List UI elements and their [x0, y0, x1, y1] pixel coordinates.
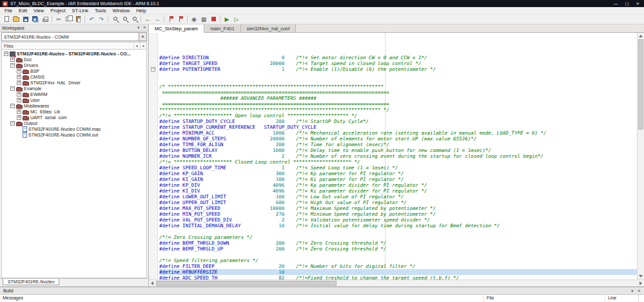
code-line[interactable]: #define ADC_SPEED_TH 82 /*!<Fixed tresho…	[159, 275, 637, 279]
scroll-left-icon[interactable]	[151, 281, 153, 285]
tree-item-stm32f401re-nucleo-comm-map[interactable]: STM32F401RE-Nucleo COMM.map	[2, 126, 146, 132]
find-icon[interactable]	[110, 15, 119, 23]
find-next-icon[interactable]	[120, 15, 129, 23]
collapse-minus-icon[interactable]: −	[10, 104, 15, 108]
chevron-down-icon[interactable]: ▼	[139, 33, 146, 41]
tree-item-uart-serial-com[interactable]: +UART_serial_com	[2, 115, 146, 120]
build-column-messages[interactable]: Messages	[0, 295, 484, 302]
configuration-dropdown[interactable]: STM32F401RE-Nucleo - COMM ▼	[1, 32, 147, 41]
cut-icon[interactable]: ✂	[54, 15, 63, 23]
code-editor[interactable]: #define DIRECTION 0 /*!< Set motor direc…	[158, 33, 637, 279]
tree-item-stm32f401re-nucleo-stm32f401re-nucleo-co[interactable]: −STM32F401RE-Nucleo - STM32F401RE-Nucleo…	[2, 51, 146, 57]
expand-plus-icon[interactable]: +	[17, 75, 21, 79]
save-all-icon[interactable]	[31, 15, 40, 23]
compile-icon[interactable]: ◉	[190, 15, 199, 23]
tree-item-example[interactable]: −Example	[2, 86, 146, 91]
paste-icon[interactable]	[73, 15, 83, 23]
code-line[interactable]: #define KI_DIV 4096 /*!< Ki parameter di…	[159, 188, 637, 194]
print-icon[interactable]	[41, 15, 50, 23]
workspace-menu-icon[interactable]: ▾	[137, 25, 139, 30]
tab-mc-sixstep-param[interactable]: MC_SixStep_param	[149, 24, 204, 33]
code-line[interactable]: #define SPEED_LOOP_TIME 1 /*!< Speed Loo…	[159, 165, 637, 171]
code-line[interactable]: #define LOWER_OUT_LIMIT 100 /*!< Low Out…	[159, 194, 637, 200]
new-file-icon[interactable]	[2, 15, 11, 23]
tab-stm32f4xx-hal-conf[interactable]: stm32f4xx_hal_conf	[241, 24, 297, 32]
build-column-file[interactable]: File	[484, 295, 605, 302]
editor-gutter[interactable]: −	[149, 33, 158, 279]
menu-window[interactable]: Window	[109, 8, 133, 14]
code-line[interactable]: #define BUTTON_DELAY 1000 /*!< Delay tim…	[159, 147, 637, 153]
collapse-minus-icon[interactable]: −	[10, 63, 15, 68]
code-line[interactable]: #define MAX_POT_SPEED 10000 /*!< Maximum…	[159, 205, 637, 211]
code-line[interactable]: ========================================…	[159, 90, 637, 95]
redo-icon[interactable]: ↷	[97, 15, 106, 23]
code-line[interactable]: #define STARTUP_DUTY_CYCLE 200 /*!< Star…	[159, 118, 637, 124]
tree-item-drivers[interactable]: −Drivers	[2, 62, 146, 68]
vertical-scrollbar[interactable]	[637, 33, 644, 279]
save-icon[interactable]	[21, 15, 30, 23]
code-line[interactable]: #define HFBUFFERSIZE 10	[159, 269, 637, 275]
code-line[interactable]: #define VAL_POT_SPEED_DIV 2 /*!< Validat…	[159, 217, 637, 223]
horizontal-scrollbar-thumb[interactable]	[156, 281, 337, 286]
expand-plus-icon[interactable]: +	[10, 57, 15, 62]
scroll-up-icon[interactable]	[639, 35, 643, 37]
code-line[interactable]: #define BEMF_THRSLD_UP 200 /*!< Zero Cro…	[159, 246, 637, 252]
code-line[interactable]: #define KP_DIV 4096 /*!< Kp parameter di…	[159, 182, 637, 188]
collapse-minus-icon[interactable]: −	[4, 52, 8, 56]
code-line[interactable]: #define TIME_FOR_ALIGN 200 /*!< Time for…	[159, 142, 637, 147]
scroll-down-icon[interactable]	[639, 275, 643, 278]
tree-item-stm32f401re-nucleo-comm-out[interactable]: STM32F401RE-Nucleo COMM.out	[2, 132, 146, 138]
tree-item-output[interactable]: −Output	[2, 120, 146, 126]
menu-edit[interactable]: Edit	[15, 8, 30, 14]
code-line[interactable]: #define FILTER_DEEP 20 /*!< Number of bi…	[159, 263, 637, 269]
workspace-panel-header[interactable]: Workspace ▾ ✕	[0, 24, 148, 32]
code-line[interactable]	[159, 252, 637, 258]
code-line[interactable]: #define DIRECTION 0 /*!< Set motor direc…	[159, 55, 637, 61]
code-line[interactable]: #define KI_GAIN 100 /*!< Ki parameter fo…	[159, 176, 637, 182]
code-line[interactable]: ###### ADVANCED PARAMETERS ######	[159, 95, 637, 101]
debug-without-download-icon[interactable]: ▷	[232, 15, 241, 23]
tree-item-cmsis[interactable]: +CMSIS	[2, 74, 146, 80]
expand-plus-icon[interactable]: +	[17, 109, 21, 114]
build-column-line[interactable]: Line	[605, 295, 639, 302]
code-line[interactable]: #define NUMBER_OF_STEPS 20000 /*!< Numbe…	[159, 136, 637, 142]
menu-help[interactable]: Help	[133, 8, 149, 14]
workspace-close-icon[interactable]: ✕	[143, 25, 146, 30]
code-line[interactable]: #define MINIMUM_ACC 1000 /*!< Mechanical…	[159, 130, 637, 136]
menu-tools[interactable]: Tools	[92, 8, 110, 14]
expand-plus-icon[interactable]: +	[17, 115, 21, 120]
collapse-minus-icon[interactable]: −	[10, 121, 15, 126]
code-line[interactable]: #define INITIAL_DEMAGN_DELAY 10 /*!< Ini…	[159, 223, 637, 229]
expand-plus-icon[interactable]: +	[17, 80, 21, 85]
tree-item-ewarm[interactable]: +EWARM	[2, 91, 146, 97]
workspace-project-tab[interactable]: STM32F401RE-Nucleo	[3, 279, 59, 285]
code-line[interactable]: #define KP_GAIN 300 /*!< Kp parameter fo…	[159, 171, 637, 176]
fold-collapse-icon[interactable]: −	[151, 67, 155, 71]
tree-item-stm32f4xx-hal-driver[interactable]: +STM32F4xx_HAL_Driver	[2, 80, 146, 86]
code-line[interactable]: #define UPPER_OUT_LIMIT 600 /*!< High Ou…	[159, 200, 637, 205]
menu-view[interactable]: View	[30, 8, 47, 14]
menu-file[interactable]: File	[1, 8, 15, 14]
code-line[interactable]: #define MIN_POT_SPEED 270 /*!< Minimum S…	[159, 211, 637, 217]
stop-build-icon[interactable]	[209, 15, 218, 23]
download-and-debug-icon[interactable]: ▶	[222, 15, 231, 23]
vertical-scrollbar-thumb[interactable]	[638, 39, 643, 129]
make-icon[interactable]: ▦	[199, 15, 208, 23]
copy-icon[interactable]	[64, 15, 73, 23]
tree-item-doc[interactable]: +Doc	[2, 57, 146, 62]
collapse-minus-icon[interactable]: −	[10, 86, 15, 91]
code-line[interactable]: ****************************************…	[159, 107, 637, 113]
open-file-icon[interactable]	[12, 15, 21, 23]
tree-item-middlewares[interactable]: −Middlewares	[2, 103, 146, 109]
code-line[interactable]: /*!< ******************** Closed Loop co…	[159, 159, 637, 165]
menu-st-link[interactable]: ST-Link	[69, 8, 92, 14]
scroll-right-icon[interactable]	[639, 281, 642, 285]
expand-plus-icon[interactable]: +	[17, 92, 21, 97]
undo-icon[interactable]: ↶	[87, 15, 96, 23]
tree-item-mc-6step-lib[interactable]: +MC_6Step_Lib	[2, 109, 146, 115]
replace-icon[interactable]	[130, 15, 139, 23]
code-line[interactable]	[159, 72, 637, 78]
expand-plus-icon[interactable]: +	[17, 69, 21, 73]
navigate-back-icon[interactable]: ←	[143, 15, 152, 23]
next-bookmark-icon[interactable]	[176, 15, 185, 23]
